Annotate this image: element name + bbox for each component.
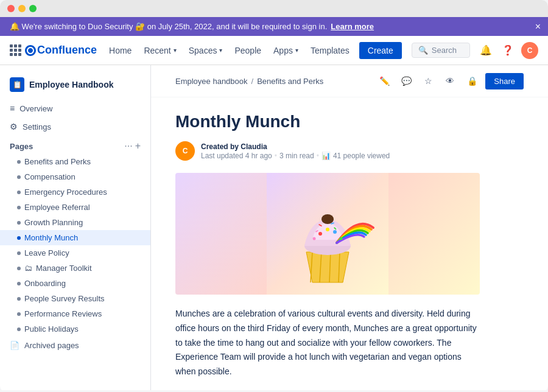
user-avatar[interactable]: C xyxy=(521,42,538,59)
notifications-button[interactable]: 🔔 xyxy=(477,42,494,59)
bullet-icon xyxy=(17,312,21,316)
nav-templates[interactable]: Templates xyxy=(306,42,354,59)
page-label: People Survey Results xyxy=(24,294,105,303)
breadcrumb-separator: / xyxy=(251,77,254,86)
page-label: Benefits and Perks xyxy=(24,157,91,166)
breadcrumb-current: Benefits and Perks xyxy=(257,77,323,86)
main-layout: 📋 Employee Handbook ≡ Overview ⚙ Setting… xyxy=(0,65,548,390)
nav-people[interactable]: People xyxy=(230,42,266,59)
nav-icons: 🔔 ❓ C xyxy=(477,42,538,59)
nav-spaces[interactable]: Spaces▾ xyxy=(184,42,228,59)
body-text: Munches are a celebration of various cul… xyxy=(175,307,480,379)
svg-point-16 xyxy=(340,237,343,240)
bullet-icon xyxy=(17,251,21,255)
logo[interactable]: Confluence xyxy=(10,44,97,57)
page-item-leave[interactable]: Leave Policy xyxy=(0,245,150,261)
pages-actions: ··· + xyxy=(124,141,141,152)
bullet-icon xyxy=(17,267,21,270)
archived-label: Archived pages xyxy=(24,341,79,350)
author-info: Created by Claudia Last updated 4 hr ago… xyxy=(201,142,390,160)
maximize-button[interactable] xyxy=(29,5,37,12)
page-label: Onboarding xyxy=(24,279,66,288)
svg-point-11 xyxy=(321,214,334,224)
hero-image xyxy=(175,173,480,295)
top-navigation: Confluence Home Recent▾ Spaces▾ People A… xyxy=(0,36,548,65)
page-item-compensation[interactable]: Compensation xyxy=(0,169,150,184)
archived-icon: 📄 xyxy=(10,341,19,350)
bullet-icon xyxy=(17,191,21,194)
page-item-emergency[interactable]: Emergency Procedures xyxy=(0,184,150,200)
nav-recent[interactable]: Recent▾ xyxy=(139,42,181,59)
bullet-icon xyxy=(17,221,21,225)
edit-button[interactable]: ✏️ xyxy=(376,72,393,89)
comment-button[interactable]: 💬 xyxy=(398,72,415,89)
updated-text: Last updated 4 hr ago xyxy=(201,152,272,160)
breadcrumb: Employee handbook / Benefits and Perks ✏… xyxy=(151,65,548,97)
page-label: Monthly Munch xyxy=(24,233,78,242)
sidebar: 📋 Employee Handbook ≡ Overview ⚙ Setting… xyxy=(0,65,151,390)
page-item-onboarding[interactable]: Onboarding xyxy=(0,276,150,291)
sidebar-space-icon: 📋 xyxy=(10,77,24,92)
help-button[interactable]: ❓ xyxy=(499,42,516,59)
bullet-icon xyxy=(17,160,21,164)
sidebar-item-settings[interactable]: ⚙ Settings xyxy=(0,117,150,136)
watch-button[interactable]: 👁 xyxy=(441,72,458,89)
page-item-growth[interactable]: Growth Planning xyxy=(0,215,150,230)
archived-pages-item[interactable]: 📄 Archived pages xyxy=(0,337,150,354)
page-content: Monthly Munch C Created by Claudia Last … xyxy=(151,97,548,390)
meta-sep-1: • xyxy=(275,152,277,160)
viewers-text: 41 people viewed xyxy=(333,152,390,160)
breadcrumb-path: Employee handbook / Benefits and Perks xyxy=(175,77,323,86)
pages-add-button[interactable]: + xyxy=(135,141,141,152)
read-time: 3 min read xyxy=(279,152,314,160)
breadcrumb-space-link[interactable]: Employee handbook xyxy=(175,77,248,86)
share-button[interactable]: Share xyxy=(485,73,524,89)
bullet-icon xyxy=(17,175,21,179)
page-item-monthly-munch[interactable]: Monthly Munch xyxy=(0,230,150,245)
announcement-banner: 🔔 We're switching to Duo Security 🔐 on J… xyxy=(0,17,548,36)
minimize-button[interactable] xyxy=(18,5,26,12)
sidebar-title: Employee Handbook xyxy=(29,80,113,89)
bullet-icon xyxy=(17,327,21,331)
page-label: Public Holidays xyxy=(24,324,79,334)
restrict-button[interactable]: 🔒 xyxy=(463,72,480,89)
svg-point-13 xyxy=(333,230,337,234)
grid-icon xyxy=(10,44,21,56)
bullet-icon xyxy=(17,206,21,209)
create-button[interactable]: Create xyxy=(359,42,402,59)
nav-apps[interactable]: Apps▾ xyxy=(269,42,303,59)
settings-icon: ⚙ xyxy=(10,122,18,131)
search-input[interactable]: 🔍 Search xyxy=(412,43,470,58)
page-item-referral[interactable]: Employee Referral xyxy=(0,200,150,215)
window-chrome xyxy=(0,0,548,17)
breadcrumb-actions: ✏️ 💬 ☆ 👁 🔒 Share xyxy=(376,72,524,89)
pages-label: Pages xyxy=(10,142,33,151)
sidebar-item-overview[interactable]: ≡ Overview xyxy=(0,99,150,117)
page-item-manager[interactable]: 🗂 Manager Toolkit xyxy=(0,261,150,276)
close-button[interactable] xyxy=(7,5,15,12)
bullet-icon xyxy=(17,282,21,285)
bullet-icon xyxy=(17,297,21,301)
manager-emoji: 🗂 xyxy=(24,264,32,273)
nav-home[interactable]: Home xyxy=(104,42,136,59)
author-avatar: C xyxy=(175,141,195,161)
svg-point-14 xyxy=(326,228,329,231)
page-item-survey[interactable]: People Survey Results xyxy=(0,291,150,306)
page-label: Compensation xyxy=(24,172,76,181)
pages-section-header: Pages ··· + xyxy=(0,136,150,154)
star-button[interactable]: ☆ xyxy=(420,72,437,89)
page-label: Emergency Procedures xyxy=(24,187,107,197)
page-title: Monthly Munch xyxy=(175,112,524,131)
pages-more-button[interactable]: ··· xyxy=(124,141,132,152)
announcement-link[interactable]: Learn more xyxy=(331,22,374,31)
page-item-performance[interactable]: Performance Reviews xyxy=(0,306,150,321)
logo-text: Confluence xyxy=(25,44,97,57)
page-item-benefits[interactable]: Benefits and Perks xyxy=(0,154,150,169)
announcement-close-button[interactable]: × xyxy=(535,21,541,32)
page-label: Manager Toolkit xyxy=(36,264,92,273)
sidebar-settings-label: Settings xyxy=(23,122,51,131)
author-row: C Created by Claudia Last updated 4 hr a… xyxy=(175,141,524,161)
page-item-holidays[interactable]: Public Holidays xyxy=(0,321,150,337)
author-meta: Last updated 4 hr ago • 3 min read • 📊 4… xyxy=(201,152,390,160)
sidebar-overview-label: Overview xyxy=(19,104,52,113)
